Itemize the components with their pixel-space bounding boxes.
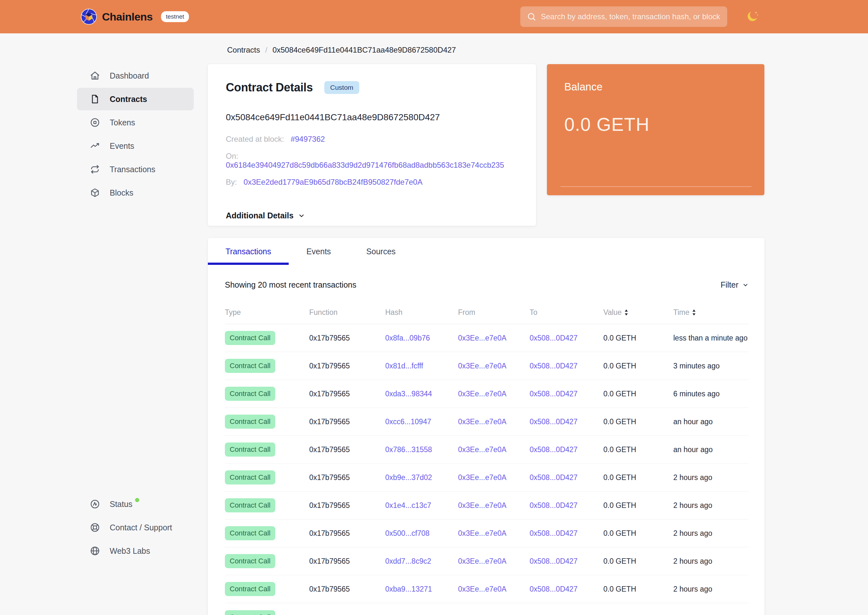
breadcrumb: Contracts / 0x5084ce649Fd11e0441BC71aa48…	[227, 45, 868, 55]
tx-from-link[interactable]: 0x3Ee...e7e0A	[458, 390, 507, 398]
tx-hash-link[interactable]: 0x500...cf708	[385, 529, 430, 537]
tx-to-link[interactable]: 0x508...0D427	[530, 473, 578, 482]
column-header-value-label: Value	[604, 308, 622, 317]
tx-to-link[interactable]: 0x508...0D427	[530, 557, 578, 565]
contract-type-badge: Custom	[324, 81, 359, 94]
tx-hash-link[interactable]: 0xda3...98344	[385, 390, 432, 398]
tx-to-link[interactable]: 0x508...0D427	[530, 390, 578, 398]
top-header: Chainlens testnet	[0, 0, 868, 33]
column-header-hash: Hash	[385, 308, 458, 317]
table-row: Contract Call 0x17b79565 0x786...31558 0…	[225, 436, 749, 464]
tx-to-link[interactable]: 0x508...0D427	[530, 417, 578, 426]
tx-from-link[interactable]: 0x3Ee...e7e0A	[458, 557, 507, 565]
tx-to-link[interactable]: 0x508...0D427	[530, 445, 578, 454]
token-icon	[90, 117, 100, 128]
tx-to-link[interactable]: 0x508...0D427	[530, 334, 578, 342]
network-badge: testnet	[161, 11, 189, 22]
search-bar	[520, 6, 727, 27]
contract-details-title: Contract Details	[226, 81, 313, 94]
tx-from-link[interactable]: 0x3Ee...e7e0A	[458, 362, 507, 370]
table-row: Contract Call 0x17b79565 0xdd7...8c9c2 0…	[225, 547, 749, 575]
tx-from-link[interactable]: 0x3Ee...e7e0A	[458, 585, 507, 593]
tx-function: 0x17b79565	[309, 362, 385, 370]
tx-to-link[interactable]: 0x508...0D427	[530, 585, 578, 593]
table-row: Contract Call 0x17b79565 0x81d...fcfff 0…	[225, 352, 749, 380]
tx-value: 0.0 GETH	[604, 362, 673, 370]
tx-to-link[interactable]: 0x508...0D427	[530, 501, 578, 509]
tab-transactions[interactable]: Transactions	[208, 238, 289, 265]
filter-label: Filter	[721, 280, 738, 290]
tx-type-badge: Contract Call	[225, 582, 275, 596]
filter-button[interactable]: Filter	[721, 280, 749, 290]
balance-value: 0.0 GETH	[564, 114, 747, 135]
column-header-value-sort[interactable]: Value	[604, 308, 673, 317]
additional-details-toggle[interactable]: Additional Details	[226, 211, 518, 220]
tx-function: 0x17b79565	[309, 417, 385, 426]
tx-from-link[interactable]: 0x3Ee...e7e0A	[458, 417, 507, 426]
created-at-block-link[interactable]: #9497362	[291, 135, 325, 143]
globe-icon	[90, 546, 100, 556]
tab-sources[interactable]: Sources	[349, 238, 413, 265]
tx-to-link[interactable]: 0x508...0D427	[530, 529, 578, 537]
tx-function: 0x17b79565	[309, 445, 385, 454]
table-row: Contract Call 0x17b79565 0x500...cf708 0…	[225, 520, 749, 547]
tx-hash-link[interactable]: 0xdd7...8c9c2	[385, 557, 431, 565]
status-icon	[90, 499, 100, 509]
tx-hash-link[interactable]: 0x1e4...c13c7	[385, 501, 431, 509]
tx-hash-link[interactable]: 0xcc6...10947	[385, 417, 431, 426]
sidebar-item-events[interactable]: Events	[77, 135, 194, 157]
sidebar-item-tokens[interactable]: Tokens	[77, 111, 194, 134]
chevron-down-icon	[298, 212, 305, 219]
table-row: Contract Call 0x17b79565 0xcc6...10947 0…	[225, 408, 749, 436]
tx-value: 0.0 GETH	[604, 473, 673, 482]
creator-address-link[interactable]: 0x3Ee2ded1779aE9b65d78bcB24fB950827fde7e…	[244, 178, 422, 186]
repeat-icon	[90, 164, 100, 175]
tx-function: 0x17b79565	[309, 334, 385, 342]
tx-time: an hour ago	[673, 417, 749, 426]
tx-from-link[interactable]: 0x3Ee...e7e0A	[458, 529, 507, 537]
sidebar-item-blocks[interactable]: Blocks	[77, 181, 194, 204]
breadcrumb-contracts-link[interactable]: Contracts	[227, 45, 260, 55]
app-window: Chainlens testnet Dashboard	[0, 0, 868, 615]
sidebar-item-contracts[interactable]: Contracts	[77, 88, 194, 110]
tx-from-link[interactable]: 0x3Ee...e7e0A	[458, 501, 507, 509]
table-row: Contract Call 0x17b79565 0x1e4...c13c7 0…	[225, 492, 749, 520]
tx-hash-link[interactable]: 0x786...31558	[385, 445, 432, 454]
tx-from-link[interactable]: 0x3Ee...e7e0A	[458, 334, 507, 342]
balance-card: Balance 0.0 GETH	[547, 64, 765, 195]
table-row: Contract Call 0x17b79565 0xb9e...37d02 0…	[225, 464, 749, 492]
tx-time: 2 hours ago	[673, 557, 749, 566]
sidebar-item-dashboard[interactable]: Dashboard	[77, 64, 194, 87]
sidebar-item-label: Contact / Support	[110, 523, 172, 532]
transactions-table: Type Function Hash From To Value Time	[225, 308, 749, 615]
tab-events[interactable]: Events	[289, 238, 348, 265]
brand-name[interactable]: Chainlens	[102, 11, 153, 23]
tx-hash-link[interactable]: 0xb9e...37d02	[385, 473, 432, 482]
sidebar-item-contact-support[interactable]: Contact / Support	[77, 516, 194, 539]
sidebar-item-transactions[interactable]: Transactions	[77, 158, 194, 181]
tx-from-link[interactable]: 0x3Ee...e7e0A	[458, 473, 507, 482]
status-online-dot	[135, 498, 139, 502]
contract-details-card: Contract Details Custom 0x5084ce649Fd11e…	[208, 64, 536, 226]
transactions-panel: Transactions Events Sources Showing 20 m…	[208, 238, 765, 615]
sidebar-item-status[interactable]: Status	[77, 493, 194, 515]
table-row: Contract Call 0x17b79565 0xba9...13271 0…	[225, 575, 749, 603]
breadcrumb-separator: /	[265, 45, 267, 55]
tx-time: less than a minute ago	[673, 334, 749, 342]
tx-value: 0.0 GETH	[604, 585, 673, 593]
column-header-time-label: Time	[673, 308, 689, 317]
column-header-time-sort[interactable]: Time	[673, 308, 749, 317]
tx-value: 0.0 GETH	[604, 417, 673, 426]
tx-hash-link[interactable]: 0x8fa...09b76	[385, 334, 430, 342]
tx-type-badge: Contract Call	[225, 470, 275, 484]
creation-tx-link[interactable]: 0x6184e39404927d8c59db66a833d9d2d971476f…	[226, 161, 504, 169]
theme-toggle-button[interactable]	[746, 10, 759, 23]
tx-type-badge: Contract Call	[225, 331, 275, 345]
tx-hash-link[interactable]: 0x81d...fcfff	[385, 362, 423, 370]
tx-from-link[interactable]: 0x3Ee...e7e0A	[458, 445, 507, 454]
search-input[interactable]	[520, 6, 727, 27]
tx-value: 0.0 GETH	[604, 529, 673, 538]
tx-to-link[interactable]: 0x508...0D427	[530, 362, 578, 370]
sidebar-item-web3-labs[interactable]: Web3 Labs	[77, 540, 194, 562]
tx-hash-link[interactable]: 0xba9...13271	[385, 585, 432, 593]
